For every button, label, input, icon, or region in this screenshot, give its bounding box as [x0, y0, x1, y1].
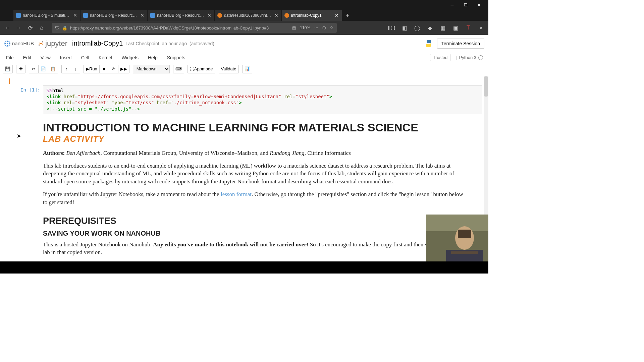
- taskbar[interactable]: [0, 261, 488, 274]
- back-button[interactable]: ←: [3, 23, 12, 33]
- jupyter-menubar: File Edit View Insert Cell Kernel Widget…: [0, 52, 488, 63]
- run-button[interactable]: ▶ Run: [84, 65, 99, 73]
- new-tab-button[interactable]: +: [342, 10, 353, 21]
- account-icon[interactable]: ◯: [413, 23, 422, 33]
- browser-tab-3[interactable]: nanoHUB.org - Resources: Jup ✕: [148, 10, 215, 21]
- nanohub-logo[interactable]: nanoHUB: [4, 40, 34, 47]
- window-titlebar: ─ ☐ ✕: [0, 0, 488, 10]
- browser-tab-2[interactable]: nanoHUB.org - Resources: Ma ✕: [80, 10, 148, 21]
- bookmark-icon[interactable]: ☆: [330, 25, 333, 30]
- extension-icon-2[interactable]: ▦: [438, 23, 447, 33]
- tab-label: nanoHUB.org - Simulation, Edu: [23, 13, 71, 18]
- svg-point-1: [7, 43, 8, 44]
- url-text: https://proxy.nanohub.org/weber/1673908/…: [70, 25, 269, 31]
- menu-edit[interactable]: Edit: [18, 53, 36, 62]
- menu-kernel[interactable]: Kernel: [94, 53, 117, 62]
- move-down-button[interactable]: ↓: [71, 65, 80, 73]
- menu-widgets[interactable]: Widgets: [117, 53, 143, 62]
- browser-tab-4[interactable]: data/results/1673908/intromll ✕: [215, 10, 282, 21]
- copy-button[interactable]: 📄: [38, 65, 48, 73]
- extension-icon[interactable]: ◆: [425, 23, 435, 33]
- address-bar[interactable]: 🛡 🔒 https://proxy.nanohub.org/weber/1673…: [52, 23, 337, 33]
- svg-point-7: [39, 45, 40, 46]
- prerequisites-heading: PREREQUISITES: [43, 216, 469, 226]
- python-icon: [424, 39, 433, 48]
- webcam-overlay: [426, 215, 488, 261]
- extension-icon-4[interactable]: T: [464, 23, 473, 33]
- sidebar-icon[interactable]: ◧: [400, 23, 409, 33]
- kernel-status-icon: [478, 55, 483, 60]
- trusted-indicator[interactable]: Trusted: [430, 54, 451, 61]
- reader-icon[interactable]: ▤: [292, 25, 296, 30]
- code-cell[interactable]: In [1]: %%html <link href="https://fonts…: [6, 85, 482, 114]
- authors-line: Authors: Ben Afflerbach, Computational M…: [43, 149, 469, 157]
- cell-selection-marker: [9, 78, 10, 84]
- lock-icon: 🔒: [62, 25, 67, 31]
- tab-favicon: [150, 13, 155, 18]
- more-icon[interactable]: ⋯: [314, 25, 318, 30]
- markdown-cell[interactable]: INTRODUCTION TO MACHINE LEARNING FOR MAT…: [43, 121, 482, 256]
- chart-button[interactable]: 📊: [242, 65, 252, 73]
- jupyter-label: jupyter: [45, 39, 67, 48]
- appmode-button[interactable]: ⛶ Appmode: [187, 65, 215, 73]
- home-button[interactable]: ⌂: [37, 23, 46, 33]
- move-up-button[interactable]: ↑: [61, 65, 71, 73]
- restart-run-all-button[interactable]: ▶▶: [118, 65, 129, 73]
- svg-point-3: [9, 43, 10, 44]
- page-subtitle: LAB ACTIVITY: [43, 134, 469, 144]
- browser-tab-1[interactable]: nanoHUB.org - Simulation, Edu ✕: [13, 10, 80, 21]
- overflow-icon[interactable]: »: [476, 23, 486, 33]
- notebook-title[interactable]: intromllab-Copy1: [72, 40, 123, 47]
- reload-button[interactable]: ⟳: [25, 23, 35, 33]
- forward-button[interactable]: →: [14, 23, 23, 33]
- command-palette-button[interactable]: ⌨: [173, 65, 184, 73]
- browser-tabbar: nanoHUB.org - Simulation, Edu ✕ nanoHUB.…: [0, 10, 488, 21]
- notebook-area[interactable]: In [1]: %%html <link href="https://fonts…: [0, 76, 488, 261]
- close-icon[interactable]: ✕: [207, 13, 212, 18]
- kernel-indicator[interactable]: | Python 3: [456, 55, 483, 60]
- extension-icon-3[interactable]: ▣: [451, 23, 460, 33]
- lesson-format-link[interactable]: lesson format: [221, 191, 252, 197]
- browser-tab-5[interactable]: intromllab-Copy1 ✕: [282, 10, 342, 21]
- cut-button[interactable]: ✂: [29, 65, 38, 73]
- menu-snippets[interactable]: Snippets: [162, 53, 190, 62]
- jupyter-toolbar: 💾 ✚ ✂ 📄 📋 ↑ ↓ ▶ Run ■ ⟳ ▶▶ Markdown ⌨ ⛶ …: [0, 63, 488, 75]
- cell-code-input[interactable]: %%html <link href="https://fonts.googlea…: [43, 85, 482, 114]
- shield-icon: 🛡: [55, 25, 59, 31]
- scroll-thumb[interactable]: [484, 76, 488, 97]
- close-icon[interactable]: ✕: [73, 13, 77, 18]
- celltype-dropdown[interactable]: Markdown: [133, 65, 170, 73]
- library-icon[interactable]: ⫿⫿⫿: [387, 23, 396, 33]
- terminate-session-button[interactable]: Terminate Session: [437, 39, 484, 49]
- menu-view[interactable]: View: [36, 53, 55, 62]
- add-cell-button[interactable]: ✚: [16, 65, 25, 73]
- minimize-button[interactable]: ─: [445, 0, 459, 10]
- menu-insert[interactable]: Insert: [55, 53, 76, 62]
- svg-point-6: [42, 41, 43, 42]
- save-button[interactable]: 💾: [3, 65, 13, 73]
- tab-favicon: [16, 13, 21, 18]
- restart-button[interactable]: ⟳: [109, 65, 118, 73]
- saving-work-heading: SAVING YOUR WORK ON NANOHUB: [43, 230, 469, 237]
- zoom-level[interactable]: 110%: [300, 25, 310, 30]
- paste-button[interactable]: 📋: [48, 65, 58, 73]
- jupyter-logo[interactable]: jupyter: [38, 39, 67, 48]
- close-window-button[interactable]: ✕: [472, 0, 486, 10]
- svg-point-4: [7, 41, 8, 42]
- close-icon[interactable]: ✕: [334, 13, 339, 18]
- svg-point-5: [7, 45, 8, 46]
- validate-button[interactable]: Validate: [219, 65, 239, 73]
- maximize-button[interactable]: ☐: [459, 0, 472, 10]
- close-icon[interactable]: ✕: [274, 13, 279, 18]
- menu-file[interactable]: File: [1, 53, 18, 62]
- pocket-icon[interactable]: ⬡: [322, 25, 326, 30]
- tab-label: nanoHUB.org - Resources: Jup: [157, 13, 205, 18]
- menu-help[interactable]: Help: [143, 53, 162, 62]
- instruction-paragraph: If you're unfamiliar with Jupyter Notebo…: [43, 190, 469, 206]
- stop-button[interactable]: ■: [99, 65, 109, 73]
- close-icon[interactable]: ✕: [140, 13, 145, 18]
- saving-paragraph: This is a hosted Jupyter Notebook on Nan…: [43, 241, 469, 257]
- menu-cell[interactable]: Cell: [76, 53, 94, 62]
- kernel-name: Python 3: [459, 55, 476, 60]
- tab-label: intromllab-Copy1: [291, 13, 332, 18]
